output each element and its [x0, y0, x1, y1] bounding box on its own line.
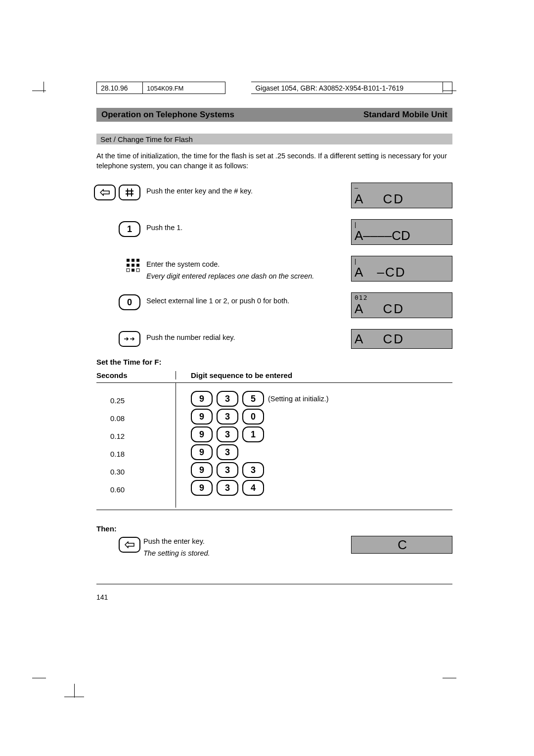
screen-top-line: – [355, 184, 358, 191]
screen-bottom-line: A––––CD [355, 228, 410, 243]
digit-key: 3 [217, 480, 238, 496]
step-row: 0 Select external line 1 or 2, or push 0… [96, 292, 452, 318]
svg-rect-3 [127, 264, 130, 267]
display-screen: A CD [351, 329, 452, 349]
display-screen: C [351, 536, 452, 554]
then-text-main: Push the enter key. [143, 537, 205, 545]
sequence-note: (Setting at initializ.) [268, 395, 329, 403]
digit-key: 3 [217, 444, 238, 460]
table-seconds-cell: 0.18 [110, 445, 176, 463]
page-number: 141 [96, 593, 452, 601]
svg-rect-4 [132, 264, 134, 267]
svg-rect-0 [127, 259, 130, 262]
step-text: Push the enter key and the # key. [146, 183, 348, 196]
digit-key: 3 [217, 391, 238, 407]
digit-key: 3 [217, 426, 238, 442]
screen-bottom-left: A [355, 191, 364, 207]
step-text-note: Every digit entered replaces one dash on… [146, 272, 348, 282]
table-sequence-row: 930 [191, 408, 452, 425]
table-seconds-column: 0.250.080.120.180.300.60 [96, 383, 176, 508]
table-sequence-row: 934 [191, 479, 452, 497]
digit-key: 9 [191, 426, 213, 442]
enter-key-icon [119, 537, 140, 553]
table-sequence-row: 935(Setting at initializ.) [191, 390, 452, 408]
redial-key-icon [119, 331, 140, 347]
svg-rect-6 [132, 269, 134, 272]
crop-mark [44, 82, 44, 93]
step-row: Push the number redial key. A CD [96, 329, 452, 349]
screen-top-line: | [355, 221, 356, 228]
display-screen: – A CD [351, 183, 452, 208]
title-bar: Operation on Telephone Systems Standard … [96, 108, 452, 122]
display-screen: | A––––CD [351, 219, 452, 245]
step-text: Push the 1. [146, 219, 348, 233]
enter-key-icon [94, 185, 116, 200]
digit-key: 9 [191, 391, 213, 407]
header-meta: 28.10.96 1054K09.FM Gigaset 1054, GBR: A… [96, 82, 452, 94]
digit-key: 3 [242, 462, 264, 478]
screen-bottom-right: CD [383, 331, 404, 347]
footer-rule [96, 584, 452, 584]
display-screen: | A –CD [351, 256, 452, 282]
step-row: Push the enter key and the # key. – A CD [96, 183, 452, 208]
meta-reference: Gigaset 1054, GBR: A30852-X954-B101-1-76… [251, 82, 452, 94]
step-text-main: Enter the system code. [146, 260, 220, 268]
meta-filename: 1054K09.FM [142, 82, 225, 94]
digit-key: 3 [217, 409, 238, 425]
crop-mark [64, 697, 84, 697]
screen-bottom-left: A [355, 331, 364, 347]
table-sequence-row: 931 [191, 425, 452, 443]
keypad-icon [126, 258, 140, 273]
step-text: Select external line 1 or 2, or push 0 f… [146, 292, 348, 306]
table-header-sequence: Digit sequence to be entered [176, 371, 452, 379]
digit-key: 9 [191, 444, 213, 460]
table-seconds-cell: 0.12 [110, 427, 176, 445]
screen-bottom: C [398, 537, 408, 553]
crop-mark [32, 678, 46, 678]
table-seconds-cell: 0.08 [110, 410, 176, 427]
screen-top-line: | [355, 257, 356, 265]
then-text-note: The setting is stored. [143, 549, 351, 559]
page-content: 28.10.96 1054K09.FM Gigaset 1054, GBR: A… [96, 82, 452, 601]
intro-text: At the time of initialization, the time … [96, 151, 452, 171]
digit-key: 1 [242, 426, 264, 442]
digit-key: 5 [242, 391, 264, 407]
hash-key-icon [119, 185, 140, 200]
table-seconds-cell: 0.60 [110, 481, 176, 499]
step-text: Push the number redial key. [146, 329, 348, 343]
digit-key: 1 [119, 221, 140, 237]
table-seconds-cell: 0.25 [110, 392, 176, 410]
step-row: Enter the system code. Every digit enter… [96, 256, 452, 282]
title-left: Operation on Telephone Systems [101, 110, 234, 120]
digit-key: 9 [191, 462, 213, 478]
screen-top-line: 012 [355, 294, 367, 301]
flash-time-table: Seconds Digit sequence to be entered 0.2… [96, 371, 452, 511]
title-right: Standard Mobile Unit [363, 110, 447, 120]
table-header-seconds: Seconds [96, 371, 176, 379]
display-screen: 012 A CD [351, 292, 452, 318]
digit-key: 0 [242, 409, 264, 425]
crop-mark [74, 684, 75, 698]
step-row: 1 Push the 1. | A––––CD [96, 219, 452, 245]
svg-rect-1 [132, 259, 134, 262]
svg-rect-2 [136, 259, 139, 262]
then-label: Then: [96, 524, 452, 533]
then-text: Push the enter key. The setting is store… [143, 536, 351, 558]
digit-key: 4 [242, 480, 264, 496]
digit-key: 9 [191, 409, 213, 425]
procedure-steps: Push the enter key and the # key. – A CD… [96, 183, 452, 349]
meta-date: 28.10.96 [96, 82, 142, 94]
digit-key: 9 [191, 480, 213, 496]
screen-bottom-right: CD [383, 191, 404, 207]
table-sequence-row: 933 [191, 461, 452, 479]
screen-bottom-left: A [355, 301, 364, 317]
screen-bottom-line: A –CD [355, 265, 406, 280]
digit-key: 3 [217, 462, 238, 478]
table-seconds-cell: 0.30 [110, 463, 176, 481]
svg-rect-8 [136, 269, 139, 272]
step-text: Enter the system code. Every digit enter… [146, 256, 348, 281]
svg-rect-7 [127, 269, 130, 272]
svg-rect-5 [136, 264, 139, 267]
digit-key: 0 [119, 294, 140, 310]
table-sequence-row: 93 [191, 443, 452, 461]
